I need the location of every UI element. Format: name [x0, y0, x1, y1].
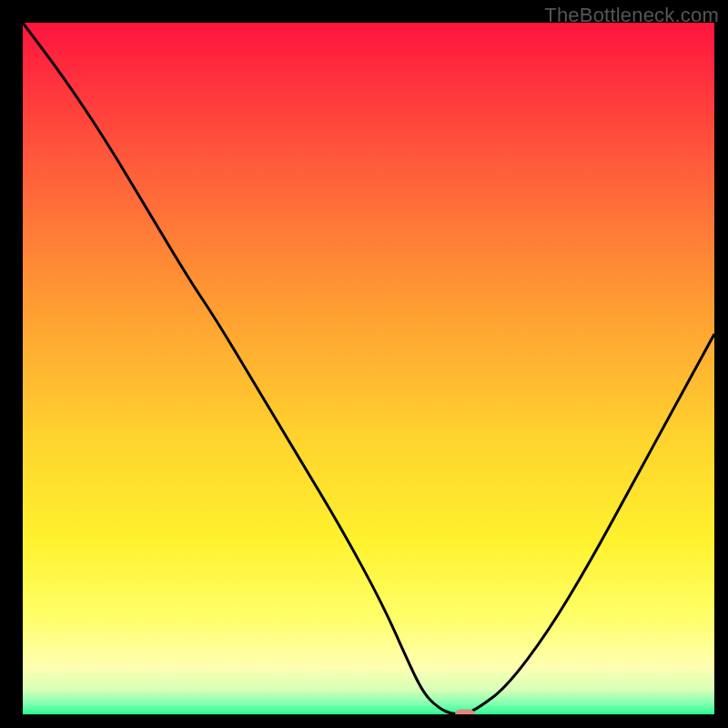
gradient-background	[23, 23, 714, 714]
watermark-text: TheBottleneck.com	[544, 4, 719, 27]
plot-area	[23, 23, 714, 714]
optimum-marker	[455, 710, 475, 714]
bottleneck-chart	[23, 23, 714, 714]
